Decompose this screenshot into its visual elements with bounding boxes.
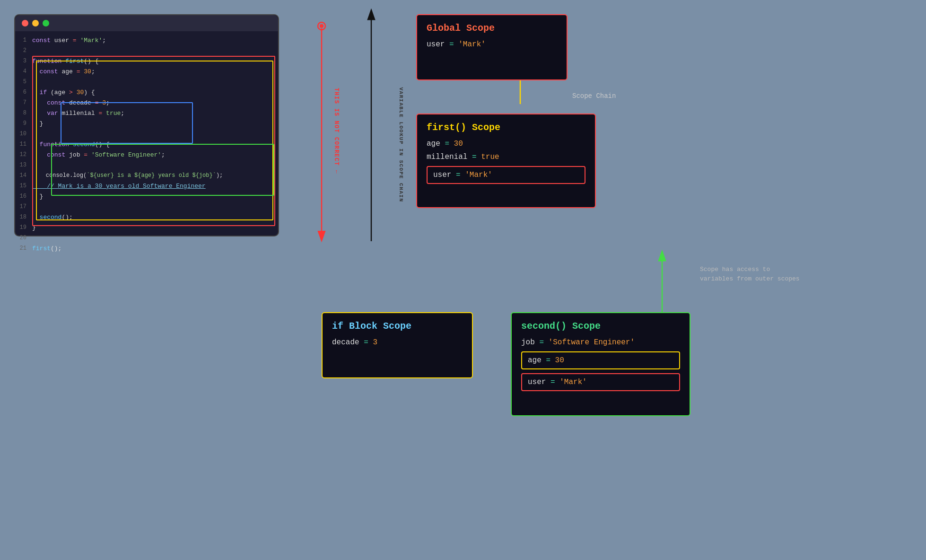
if-block-scope-box: if Block Scope decade = 3 — [322, 312, 473, 378]
code-line-8: 8 var millenial = true; — [15, 108, 278, 118]
svg-point-7 — [320, 24, 323, 28]
code-line-6: 6 if (age > 30) { — [15, 87, 278, 97]
second-scope-title: second() Scope — [521, 321, 680, 332]
code-line-2: 2 — [15, 45, 278, 56]
code-line-16: 16 } — [15, 191, 278, 201]
close-dot — [22, 20, 28, 26]
editor-content: 1const user = 'Mark'; 2 3function first(… — [15, 31, 278, 257]
code-line-13: 13 — [15, 160, 278, 170]
code-line-11: 11 function second() { — [15, 139, 278, 149]
code-line-7: 7 const decade = 3; — [15, 97, 278, 108]
second-scope-box: second() Scope job = 'Software Engineer'… — [511, 312, 690, 416]
global-user-var: user = 'Mark' — [427, 40, 557, 49]
code-line-17: 17 — [15, 201, 278, 212]
first-millenial-var: millenial = true — [427, 153, 585, 161]
code-line-3: 3function first() { — [15, 56, 278, 66]
second-scope-age-box: age = 30 — [521, 351, 680, 369]
second-scope-user-box: user = 'Mark' — [521, 373, 680, 391]
not-correct-label: THIS IS NOT CORRECT ← — [333, 88, 340, 175]
global-scope-box: Global Scope user = 'Mark' — [416, 14, 568, 80]
first-scope-box: first() Scope age = 30 millenial = true … — [416, 114, 596, 208]
code-line-20: 20 — [15, 233, 278, 243]
code-line-5: 5 — [15, 77, 278, 87]
scope-chain-label: Scope Chain — [572, 92, 616, 100]
code-line-1: 1const user = 'Mark'; — [15, 35, 278, 45]
code-line-12: 12 const job = 'Software Engineer'; — [15, 149, 278, 160]
if-block-title: if Block Scope — [332, 321, 463, 332]
code-line-18: 18 second(); — [15, 212, 278, 222]
first-scope-title: first() Scope — [427, 122, 585, 133]
code-line-14: 14 console.log(`${user} is a ${age} year… — [15, 170, 278, 181]
code-line-15: 15 // Mark is a 30 years old Software En… — [15, 181, 278, 191]
maximize-dot — [43, 20, 49, 26]
code-line-4: 4 const age = 30; — [15, 66, 278, 77]
global-scope-title: Global Scope — [427, 23, 557, 34]
svg-point-6 — [318, 22, 325, 30]
code-editor: 1const user = 'Mark'; 2 3function first(… — [14, 14, 279, 236]
minimize-dot — [32, 20, 39, 26]
variable-lookup-label: VARIABLE LOOKUP IN SCOPE CHAIN — [398, 87, 404, 202]
code-line-10: 10 — [15, 129, 278, 139]
first-age-var: age = 30 — [427, 140, 585, 148]
editor-titlebar — [15, 15, 278, 31]
code-line-9: 9 } — [15, 118, 278, 129]
if-decade-var: decade = 3 — [332, 338, 463, 347]
code-line-21: 21first(); — [15, 243, 278, 254]
second-job-var: job = 'Software Engineer' — [521, 338, 680, 347]
code-line-19: 19} — [15, 222, 278, 233]
first-scope-user-inner-box: user = 'Mark' — [427, 166, 585, 184]
scope-access-label: Scope has access tovariables from outer … — [700, 265, 800, 283]
